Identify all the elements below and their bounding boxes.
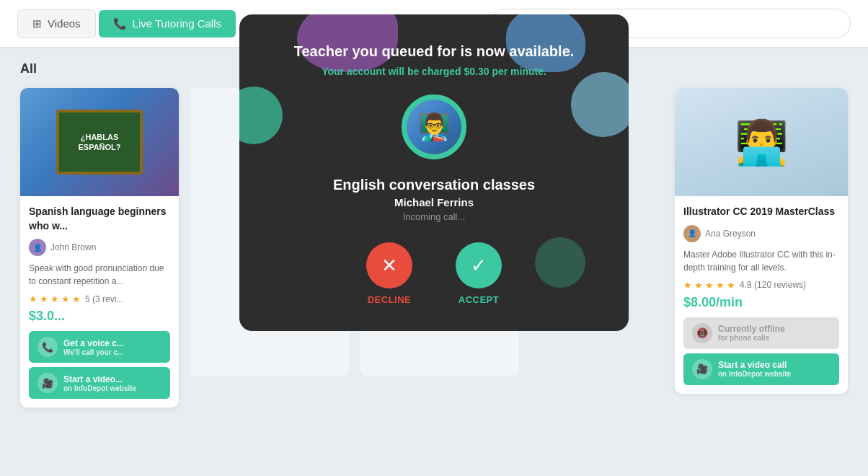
accept-label: ACCEPT [459, 294, 499, 305]
decline-action-group: ✕ DECLINE [366, 242, 412, 305]
modal-actions: ✕ DECLINE ✓ ACCEPT [268, 242, 600, 305]
decline-label: DECLINE [368, 294, 412, 305]
incoming-call-modal: Teacher you queued for is now available.… [239, 14, 629, 331]
modal-incoming-text: Incoming call... [268, 211, 600, 222]
modal-class-name: English conversation classes [268, 177, 600, 193]
modal-title: Teacher you queued for is now available. [268, 43, 600, 60]
teacher-avatar-inner: 👨‍🏫 [407, 100, 461, 154]
decline-button[interactable]: ✕ [366, 242, 412, 288]
teacher-avatar-ring: 👨‍🏫 [402, 94, 466, 159]
charge-amount: $0.30 [464, 66, 489, 77]
modal-overlay: Teacher you queued for is now available.… [0, 0, 868, 476]
accept-button[interactable]: ✓ [456, 242, 502, 288]
accept-action-group: ✓ ACCEPT [456, 242, 502, 305]
teacher-face-emoji: 👨‍🏫 [418, 112, 451, 142]
modal-content: Teacher you queued for is now available.… [268, 43, 600, 305]
teacher-avatar-container: 👨‍🏫 [268, 94, 600, 159]
modal-subtitle: Your account will be charged $0.30 per m… [268, 66, 600, 77]
modal-teacher-name: Michael Ferrins [268, 196, 600, 208]
